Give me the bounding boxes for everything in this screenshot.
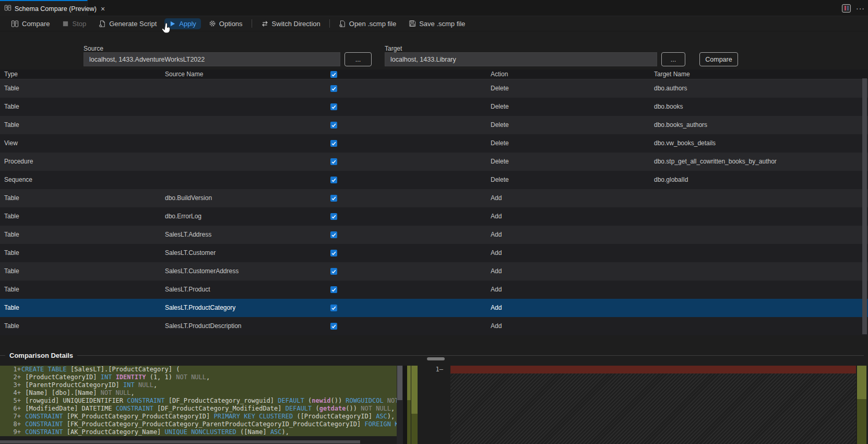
compare-button[interactable]: Compare (6, 18, 54, 29)
row-checkbox[interactable] (330, 305, 337, 311)
diff-sash[interactable] (403, 366, 407, 444)
table-row[interactable]: SequenceDeletedbo.globalId (0, 171, 868, 189)
apply-label: Apply (179, 20, 196, 28)
schema-compare-window: Schema Compare (Preview) × ··· CompareSt… (0, 0, 868, 444)
comparison-details-title: Comparison Details (9, 352, 73, 359)
row-source-name: SalesLT.Address (165, 231, 211, 238)
line-number: 7+ (0, 413, 21, 420)
row-type: Table (4, 103, 19, 110)
options-button[interactable]: Options (204, 18, 247, 29)
table-row[interactable]: TableSalesLT.CustomerAddressAdd (0, 262, 868, 281)
table-row[interactable]: Tabledbo.BuildVersionAdd (0, 189, 868, 207)
toolbar: CompareStopGenerate ScriptApplyOptionsSw… (0, 16, 868, 31)
row-checkbox[interactable] (330, 213, 337, 220)
row-checkbox[interactable] (330, 231, 337, 238)
compare-run-button[interactable]: Compare (699, 52, 738, 66)
added-code-line: 9+ CONSTRAINT [AK_ProductCategory_Name] … (0, 428, 397, 436)
table-row[interactable]: TableSalesLT.CustomerAdd (0, 244, 868, 262)
row-source-name: SalesLT.ProductCategory (165, 304, 235, 311)
close-icon[interactable]: × (101, 5, 105, 13)
row-target-name: dbo.books (654, 103, 683, 110)
col-action[interactable]: Action (491, 71, 508, 78)
diff-left-scrollbar[interactable] (397, 366, 403, 444)
row-type: Table (4, 85, 19, 92)
gear-icon (209, 20, 216, 27)
col-target-name[interactable]: Target Name (654, 71, 690, 78)
table-row[interactable]: ProcedureDeletedbo.stp_get_all_cowritten… (0, 153, 868, 171)
table-row[interactable]: TableSalesLT.ProductDescriptionAdd (0, 317, 868, 335)
table-row[interactable]: TableSalesLT.AddressAdd (0, 226, 868, 244)
table-row[interactable]: TableDeletedbo.books_authors (0, 116, 868, 134)
row-action: Add (491, 231, 502, 238)
row-checkbox[interactable] (330, 122, 337, 128)
row-type: Table (4, 267, 19, 275)
switch-direction-button[interactable]: Switch Direction (256, 18, 325, 29)
toolbar-separator (329, 19, 330, 28)
table-row[interactable]: Tabledbo.ErrorLogAdd (0, 207, 868, 226)
row-checkbox[interactable] (330, 103, 337, 110)
row-target-name: dbo.vw_books_details (654, 139, 716, 147)
col-source-name[interactable]: Source Name (165, 71, 203, 78)
diff-editor: 1+CREATE TABLE [SalesLT].[ProductCategor… (0, 366, 868, 444)
line-number: 5+ (0, 397, 21, 405)
table-row[interactable]: TableSalesLT.ProductAdd (0, 281, 868, 299)
added-code-line: 4+ [Name] [dbo].[Name] NOT NULL, (0, 389, 397, 397)
added-code-line: 1+CREATE TABLE [SalesLT].[ProductCategor… (0, 366, 397, 373)
row-type: View (4, 139, 18, 147)
line-number: 1+ (0, 366, 21, 373)
source-input[interactable] (84, 52, 340, 66)
row-source-name: SalesLT.Product (165, 286, 210, 293)
header-checkbox[interactable] (330, 71, 337, 78)
row-type: Table (4, 322, 19, 330)
target-input[interactable] (385, 52, 657, 66)
tab-schema-compare[interactable]: Schema Compare (Preview) × (0, 0, 88, 16)
apply-button[interactable]: Apply (164, 18, 201, 29)
line-number: 3+ (0, 381, 21, 389)
row-action: Add (491, 267, 502, 275)
col-type[interactable]: Type (4, 71, 18, 78)
diff-left-pane[interactable]: 1+CREATE TABLE [SalesLT].[ProductCategor… (0, 366, 397, 444)
row-action: Delete (491, 103, 509, 110)
row-action: Delete (491, 85, 509, 92)
line-number: 8+ (0, 420, 21, 428)
row-action: Delete (491, 176, 509, 183)
row-checkbox[interactable] (330, 323, 337, 330)
compare-label: Compare (22, 20, 50, 28)
source-browse-button[interactable]: ... (344, 52, 372, 66)
more-actions-icon[interactable]: ··· (856, 4, 865, 13)
row-checkbox[interactable] (330, 177, 337, 183)
tab-title: Schema Compare (Preview) (15, 5, 97, 13)
generate-script-button[interactable]: Generate Script (94, 18, 161, 29)
compare-icon (11, 20, 19, 28)
table-row[interactable]: TableDeletedbo.authors (0, 79, 868, 98)
save-scmp-button[interactable]: Save .scmp file (404, 18, 470, 29)
open-scmp-button[interactable]: Open .scmp file (334, 18, 401, 29)
table-row[interactable]: TableDeletedbo.books (0, 98, 868, 116)
row-type: Sequence (4, 176, 32, 183)
open-file-icon (339, 20, 346, 28)
stop-button[interactable]: Stop (57, 18, 91, 29)
toolbar-separator (252, 19, 252, 28)
row-checkbox[interactable] (330, 195, 337, 202)
row-type: Table (4, 213, 19, 220)
schema-compare-icon (4, 4, 11, 14)
table-row[interactable]: ViewDeletedbo.vw_books_details (0, 134, 868, 153)
row-checkbox[interactable] (330, 158, 337, 165)
row-type: Table (4, 286, 19, 293)
row-checkbox[interactable] (330, 140, 337, 147)
row-checkbox[interactable] (330, 268, 337, 275)
row-checkbox[interactable] (330, 286, 337, 293)
row-checkbox[interactable] (330, 85, 337, 92)
diff-left-h-scrollbar[interactable] (0, 440, 360, 443)
diff-scroll-handle[interactable] (427, 357, 445, 360)
options-label: Options (219, 20, 243, 28)
target-browse-button[interactable]: ... (661, 52, 685, 66)
row-target-name: dbo.authors (654, 85, 687, 92)
table-row[interactable]: TableSalesLT.ProductCategoryAdd (0, 299, 868, 317)
split-editor-icon[interactable] (842, 4, 851, 13)
row-action: Add (491, 194, 502, 202)
diff-minimap (411, 366, 418, 444)
added-code-line: 7+ CONSTRAINT [PK_ProductCategory_Produc… (0, 413, 397, 420)
row-checkbox[interactable] (330, 250, 337, 256)
main-vertical-scrollbar[interactable] (862, 78, 867, 334)
